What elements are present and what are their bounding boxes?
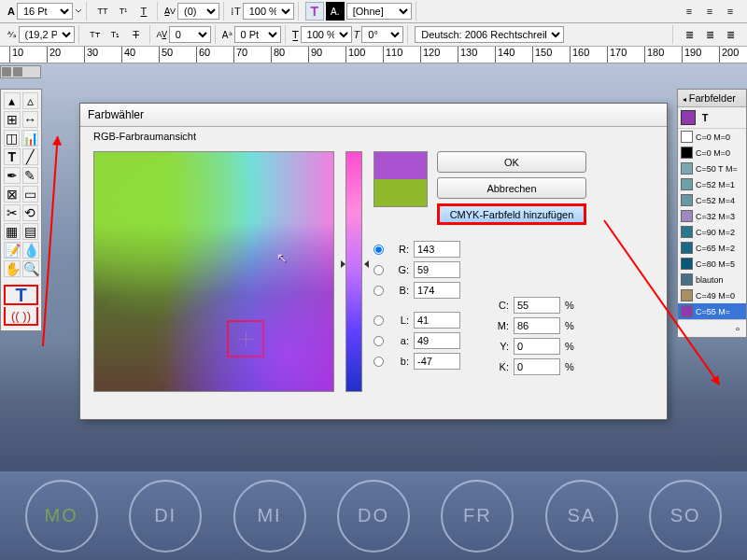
content-tool2[interactable]: 📊 <box>21 130 38 147</box>
R-radio[interactable] <box>374 245 384 255</box>
cancel-button[interactable]: Abbrechen <box>437 177 586 199</box>
swatch-row[interactable]: C=49 M=0 <box>678 287 746 303</box>
a-radio[interactable] <box>374 336 384 346</box>
swatch-row[interactable]: blauton <box>678 272 746 287</box>
align-left-button[interactable]: ≡ <box>680 2 698 21</box>
scissors-tool[interactable]: ✂ <box>4 204 21 221</box>
subscript-button[interactable]: T₁ <box>106 25 125 44</box>
gap-tool[interactable]: ↔ <box>22 111 39 128</box>
gradient-tool[interactable]: ▦ <box>4 223 21 240</box>
ruler-tick: 50 <box>159 47 173 63</box>
pencil-tool[interactable]: ✎ <box>22 167 39 184</box>
transform-tool[interactable]: ⟲ <box>22 204 39 221</box>
swatch-row[interactable]: C=32 M=3 <box>678 208 746 224</box>
b-radio[interactable] <box>374 357 384 367</box>
new-swatch-button[interactable]: ▫ <box>731 322 744 335</box>
ruler-tick: 60 <box>196 47 210 63</box>
swatches-panel: ◂ Farbfelder T C=0 M=0C=0 M=0C=50 T M=C=… <box>677 89 747 338</box>
swatch-row[interactable]: C=0 M=0 <box>678 129 746 145</box>
leading-select[interactable]: (19,2 Pt) <box>19 26 75 43</box>
direct-select-tool[interactable]: ▵ <box>22 92 39 109</box>
justify-center-button[interactable]: ≣ <box>700 25 719 44</box>
smallcaps-button[interactable]: Tᴛ <box>86 25 105 44</box>
tools-panel: ▴▵ ⊞↔ ◫📊 T╱ ✒✎ ⊠▭ ✂⟲ ▦▤ 📝💧 ✋🔍 T (( )) <box>0 89 42 331</box>
swatch-row[interactable]: C=52 M=4 <box>678 192 746 208</box>
swatch-row[interactable]: C=0 M=0 <box>678 145 746 161</box>
char-style-A-button[interactable]: A. <box>326 2 345 21</box>
G-radio[interactable] <box>374 265 384 275</box>
color-T-button[interactable]: T <box>305 2 324 21</box>
strike-button[interactable]: T <box>127 25 146 44</box>
note-tool[interactable]: 📝 <box>4 242 21 259</box>
day-circle: FR <box>441 480 514 553</box>
font-size-select[interactable]: 16 Pt <box>17 3 73 20</box>
horizontal-ruler: 1020304050607080901001101201301401501601… <box>0 47 747 63</box>
ruler-tick: 30 <box>84 47 98 63</box>
hscale-icon: T̲ <box>292 29 299 41</box>
L-radio[interactable] <box>374 315 384 326</box>
hand-tool[interactable]: ✋ <box>4 260 21 277</box>
content-tool[interactable]: ◫ <box>4 130 20 147</box>
b-input[interactable] <box>414 353 460 370</box>
superscript-button[interactable]: T¹ <box>114 2 133 21</box>
justify-right-button[interactable]: ≣ <box>721 25 740 44</box>
char-style-select[interactable]: [Ohne] <box>346 3 412 20</box>
selection-tool[interactable]: ▴ <box>4 92 21 109</box>
Y-input[interactable] <box>514 338 560 355</box>
swatch-text-toggle[interactable]: T <box>698 110 712 125</box>
swatch-row[interactable]: C=90 M=2 <box>678 224 746 240</box>
vscale-select[interactable]: 100 % <box>243 3 294 20</box>
color-field[interactable]: ↖ <box>93 151 334 392</box>
hue-slider[interactable] <box>345 151 362 392</box>
pen-tool[interactable]: ✒ <box>4 167 21 184</box>
eyedropper-tool[interactable]: 💧 <box>22 242 39 259</box>
rect-tool[interactable]: ▭ <box>22 186 39 203</box>
track-icon: AV̲ <box>157 30 167 39</box>
skew-select[interactable]: 0° <box>361 26 403 43</box>
type-tool[interactable]: T <box>4 148 21 165</box>
leading-icon: ᴬ⁄ₐ <box>7 30 17 39</box>
fill-color-T[interactable]: T <box>4 285 38 305</box>
line-tool[interactable]: ╱ <box>22 148 39 165</box>
M-input[interactable] <box>514 317 560 334</box>
add-cmyk-swatch-button[interactable]: CMYK-Farbfeld hinzufügen <box>437 203 586 225</box>
gradient-feather-tool[interactable]: ▤ <box>22 223 39 240</box>
zoom-tool[interactable]: 🔍 <box>22 260 39 277</box>
B-radio[interactable] <box>374 286 384 296</box>
allcaps-button[interactable]: TT <box>93 2 112 21</box>
underline-button[interactable]: T <box>134 2 153 21</box>
justify-left-button[interactable]: ≣ <box>680 25 698 44</box>
swatch-row[interactable]: C=52 M=1 <box>678 176 746 192</box>
align-right-button[interactable]: ≡ <box>721 2 740 21</box>
language-select[interactable]: Deutsch: 2006 Rechtschreib <box>415 26 564 43</box>
ok-button[interactable]: OK <box>437 151 586 173</box>
K-input[interactable] <box>514 358 560 375</box>
day-circle: SA <box>545 480 618 553</box>
swatch-row[interactable]: C=65 M=2 <box>678 240 746 256</box>
align-center-button[interactable]: ≡ <box>700 2 719 21</box>
baseline-select[interactable]: 0 Pt <box>234 26 281 43</box>
swatch-fill-toggle[interactable] <box>681 110 696 125</box>
swatch-row[interactable]: C=80 M=5 <box>678 256 746 272</box>
day-circle: MI <box>233 480 306 553</box>
A-icon: A <box>7 6 15 17</box>
ruler-tick: 80 <box>271 47 285 63</box>
R-input[interactable] <box>414 241 460 258</box>
G-input[interactable] <box>414 261 460 278</box>
B-input[interactable] <box>414 282 460 299</box>
swatch-row[interactable]: C=55 M= <box>678 303 746 319</box>
a-input[interactable] <box>414 332 460 349</box>
ruler-tick: 180 <box>644 47 664 63</box>
apply-color-parens[interactable]: (( )) <box>4 307 38 326</box>
tracking-select[interactable]: 0 <box>169 26 211 43</box>
kerning-select[interactable]: (0) <box>177 3 219 20</box>
swatch-row[interactable]: C=50 T M= <box>678 161 746 176</box>
C-input[interactable] <box>514 297 560 314</box>
frame-tool[interactable]: ⊠ <box>4 186 21 203</box>
ruler-tick: 190 <box>682 47 701 63</box>
vscale-icon: ⁞T <box>231 6 241 18</box>
L-input[interactable] <box>414 312 460 329</box>
panel-collapse-tabs[interactable] <box>0 65 41 78</box>
hscale-select[interactable]: 100 % <box>301 26 352 43</box>
page-tool[interactable]: ⊞ <box>4 111 21 128</box>
